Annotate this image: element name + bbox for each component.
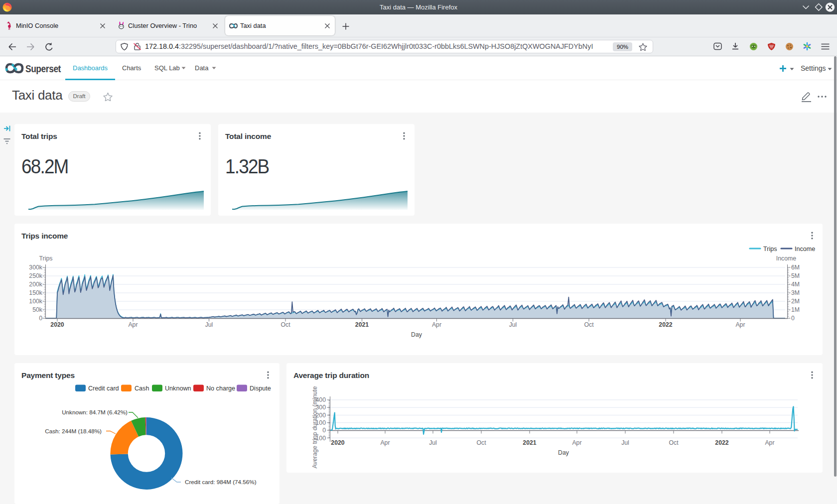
svg-text:Apr: Apr [572,439,581,446]
svg-text:3M: 3M [791,289,800,296]
svg-text:2020: 2020 [50,321,64,328]
svg-text:5M: 5M [791,272,800,279]
svg-text:2020: 2020 [331,439,345,446]
svg-text:0: 0 [791,315,795,322]
svg-text:300k: 300k [29,264,43,271]
svg-text:150k: 150k [29,289,43,296]
svg-text:Day: Day [411,331,422,338]
svg-text:Oct: Oct [584,321,594,328]
svg-text:Oct: Oct [280,321,290,328]
svg-text:2021: 2021 [523,439,537,446]
svg-text:Apr: Apr [735,321,745,328]
svg-text:Average trinp duration (minute: Average trinp duration (minute [311,386,318,468]
svg-text:Jul: Jul [205,321,213,328]
svg-text:Dispute: Dispute [250,385,271,392]
svg-text:Jul: Jul [509,321,517,328]
svg-text:Apr: Apr [432,321,441,328]
svg-text:Cash: Cash [135,385,149,392]
svg-text:Trips: Trips [39,255,53,262]
svg-text:No charge: No charge [206,385,235,392]
svg-text:Jul: Jul [621,439,629,446]
svg-text:Jul: Jul [429,439,437,446]
svg-text:100k: 100k [29,298,43,305]
svg-text:Credit card: 984M (74.56%): Credit card: 984M (74.56%) [185,479,257,485]
svg-text:50k: 50k [32,306,43,313]
svg-text:Apr: Apr [128,321,138,328]
svg-text:Unknown: Unknown [165,385,191,392]
svg-text:2022: 2022 [715,439,729,446]
svg-text:Unknown: 84.7M (6.42%): Unknown: 84.7M (6.42%) [62,409,128,415]
svg-text:2M: 2M [791,298,800,305]
svg-text:1M: 1M [791,306,800,313]
svg-text:Apr: Apr [765,439,774,446]
svg-text:0: 0 [39,315,42,322]
svg-text:200k: 200k [29,281,43,288]
svg-text:250k: 250k [29,272,43,279]
svg-text:2021: 2021 [355,321,369,328]
svg-text:Credit card: Credit card [88,385,119,392]
svg-text:Apr: Apr [380,439,390,446]
svg-text:Day: Day [558,449,569,456]
svg-text:Oct: Oct [669,439,679,446]
svg-text:Oct: Oct [476,439,486,446]
svg-text:4M: 4M [791,281,800,288]
svg-text:Cash: 244M (18.48%): Cash: 244M (18.48%) [45,428,102,434]
svg-text:2022: 2022 [659,321,673,328]
svg-text:Income: Income [776,255,796,262]
svg-text:6M: 6M [791,264,800,271]
svg-text:Income: Income [795,246,815,252]
svg-text:0: 0 [322,427,326,434]
svg-text:Trips: Trips [763,246,777,252]
